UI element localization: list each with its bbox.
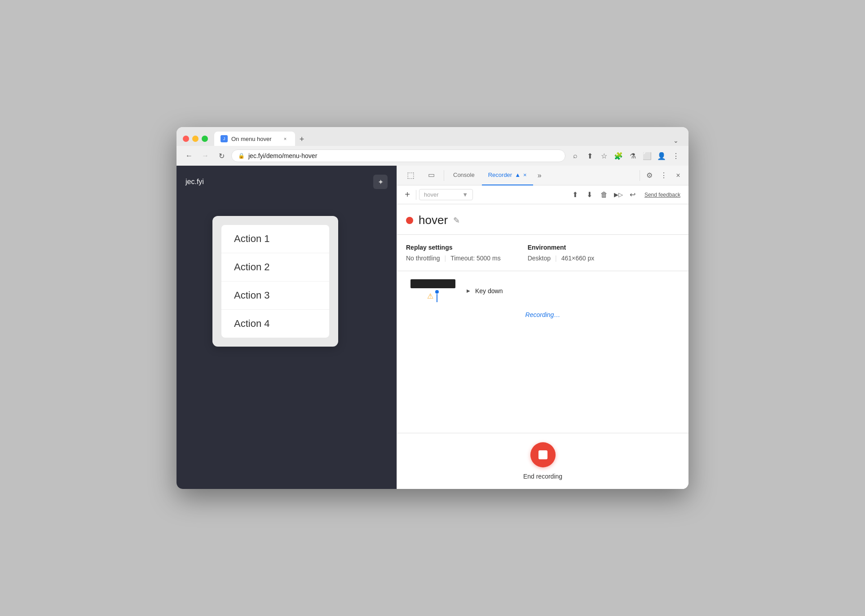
add-recording-button[interactable]: + bbox=[402, 189, 413, 201]
bookmark-icon[interactable]: ☆ bbox=[598, 150, 610, 162]
replay-button[interactable]: ▶▷ bbox=[612, 189, 625, 201]
timeout-value[interactable]: Timeout: 5000 ms bbox=[450, 255, 501, 262]
send-feedback-button[interactable]: Send feedback bbox=[641, 190, 684, 200]
account-icon[interactable]: 👤 bbox=[655, 150, 668, 162]
event-line bbox=[437, 294, 437, 302]
recording-name: hover bbox=[419, 213, 448, 227]
nav-actions: ⌕ ⬆ ☆ 🧩 ⚗ ⬜ 👤 ⋮ bbox=[569, 150, 682, 162]
edit-name-icon[interactable]: ✎ bbox=[453, 216, 460, 225]
browser-tab[interactable]: J On menu hover × bbox=[214, 132, 295, 146]
import-button[interactable]: ⬇ bbox=[583, 189, 596, 201]
event-type: Key down bbox=[475, 287, 503, 295]
expand-icon[interactable]: ▶ bbox=[465, 288, 472, 294]
event-row[interactable]: ⚠ ▶ Key down bbox=[397, 276, 688, 306]
lab-icon[interactable]: ⚗ bbox=[627, 150, 639, 162]
share-icon[interactable]: ⬆ bbox=[583, 150, 596, 162]
toolbar-sep bbox=[416, 190, 416, 200]
traffic-lights bbox=[183, 136, 208, 142]
environment-label: Environment bbox=[528, 244, 595, 251]
tab-favicon: J bbox=[221, 135, 228, 142]
throttling-value[interactable]: No throttling bbox=[406, 255, 440, 262]
title-bar: J On menu hover × + ⌄ bbox=[177, 127, 688, 146]
site-name: jec.fyi bbox=[185, 178, 204, 186]
undo-button[interactable]: ↩ bbox=[627, 189, 639, 201]
tab-console[interactable]: Console bbox=[447, 166, 481, 185]
recording-name-area: hover ✎ bbox=[397, 204, 688, 235]
menu-item-1[interactable]: Action 1 bbox=[221, 225, 329, 253]
selector-text: hover bbox=[424, 191, 439, 198]
stop-icon bbox=[538, 450, 547, 459]
maximize-button[interactable] bbox=[202, 136, 208, 142]
events-area: ⚠ ▶ Key down Recording… bbox=[397, 271, 688, 433]
menu-item-3[interactable]: Action 3 bbox=[221, 282, 329, 310]
minimize-button[interactable] bbox=[192, 136, 199, 142]
menu-item-2[interactable]: Action 2 bbox=[221, 253, 329, 282]
event-timeline: ⚠ bbox=[406, 279, 460, 302]
refresh-button[interactable]: ↻ bbox=[215, 150, 228, 162]
back-button[interactable]: ← bbox=[183, 150, 195, 162]
event-indicator: ⚠ bbox=[427, 290, 439, 302]
event-content: ▶ Key down bbox=[465, 287, 503, 295]
warning-icon: ⚠ bbox=[427, 292, 433, 300]
dimensions-value[interactable]: 461×660 px bbox=[561, 255, 595, 262]
env-separator: | bbox=[555, 255, 557, 262]
replay-settings-group: Replay settings No throttling | Timeout:… bbox=[406, 244, 501, 262]
browser-window: J On menu hover × + ⌄ ← → ↻ 🔒 jec.fyi/de… bbox=[177, 127, 688, 489]
devtools-inspect-icon[interactable]: ⬚ bbox=[401, 166, 421, 185]
menu-container: Action 1 Action 2 Action 3 Action 4 bbox=[212, 216, 338, 347]
devtools-more-icon[interactable]: ⋮ bbox=[657, 169, 671, 182]
recording-toolbar: + hover ▼ ⬆ ⬇ 🗑 ▶▷ ↩ Send feedback bbox=[397, 185, 688, 204]
close-button[interactable] bbox=[183, 136, 189, 142]
recorder-tab-close[interactable]: × bbox=[523, 172, 527, 178]
devtools-panel: ⬚ ▭ Console Recorder ▲ × » ⚙ ⋮ × + bbox=[397, 166, 688, 489]
sidebar-icon[interactable]: ⬜ bbox=[641, 150, 653, 162]
selector-chevron-icon: ▼ bbox=[462, 191, 468, 198]
forward-button[interactable]: → bbox=[199, 150, 212, 162]
search-icon[interactable]: ⌕ bbox=[569, 150, 582, 162]
settings-separator: | bbox=[444, 255, 446, 262]
devtools-close-button[interactable]: × bbox=[671, 169, 685, 182]
recording-actions: ⬆ ⬇ 🗑 ▶▷ ↩ Send feedback bbox=[569, 189, 684, 201]
menu-inner: Action 1 Action 2 Action 3 Action 4 bbox=[221, 225, 329, 338]
browser-menu-icon[interactable]: ⋮ bbox=[670, 150, 682, 162]
stop-recording-button[interactable] bbox=[530, 442, 556, 467]
replay-settings-label: Replay settings bbox=[406, 244, 501, 251]
recording-indicator-dot bbox=[406, 217, 413, 224]
toolbar-separator-2 bbox=[640, 170, 640, 181]
devtools-device-icon[interactable]: ▭ bbox=[422, 166, 441, 185]
tab-more-button[interactable]: ⌄ bbox=[670, 135, 682, 146]
devtools-settings-icon[interactable]: ⚙ bbox=[643, 169, 656, 182]
content-area: jec.fyi ✦ Action 1 Action 2 Action 3 Act… bbox=[177, 166, 688, 489]
address-bar[interactable]: 🔒 jec.fyi/demo/menu-hover bbox=[231, 150, 565, 162]
recording-selector[interactable]: hover ▼ bbox=[419, 189, 473, 200]
delete-button[interactable]: 🗑 bbox=[598, 189, 610, 201]
environment-values: Desktop | 461×660 px bbox=[528, 255, 595, 262]
theme-toggle-button[interactable]: ✦ bbox=[373, 175, 388, 189]
devtools-toolbar: ⬚ ▭ Console Recorder ▲ × » ⚙ ⋮ × bbox=[397, 166, 688, 185]
export-button[interactable]: ⬆ bbox=[569, 189, 582, 201]
webpage-panel: jec.fyi ✦ Action 1 Action 2 Action 3 Act… bbox=[177, 166, 397, 489]
end-recording-label: End recording bbox=[523, 473, 562, 480]
tab-title: On menu hover bbox=[231, 136, 278, 142]
toolbar-separator bbox=[444, 170, 444, 181]
environment-group: Environment Desktop | 461×660 px bbox=[528, 244, 595, 262]
recording-status: Recording… bbox=[397, 306, 688, 324]
replay-settings-values: No throttling | Timeout: 5000 ms bbox=[406, 255, 501, 262]
event-dot bbox=[435, 290, 439, 294]
new-tab-button[interactable]: + bbox=[295, 132, 309, 146]
tab-recorder[interactable]: Recorder ▲ × bbox=[482, 166, 533, 185]
address-text: jec.fyi/demo/menu-hover bbox=[248, 152, 559, 159]
tab-close-button[interactable]: × bbox=[282, 135, 289, 142]
menu-item-4[interactable]: Action 4 bbox=[221, 310, 329, 338]
more-panels-button[interactable]: » bbox=[534, 170, 545, 181]
tabs-row: J On menu hover × + ⌄ bbox=[214, 132, 682, 146]
event-bar bbox=[410, 279, 455, 288]
device-value[interactable]: Desktop bbox=[528, 255, 551, 262]
lock-icon: 🔒 bbox=[238, 153, 245, 159]
extensions-icon[interactable]: 🧩 bbox=[612, 150, 625, 162]
end-recording-area: End recording bbox=[397, 433, 688, 489]
navigation-bar: ← → ↻ 🔒 jec.fyi/demo/menu-hover ⌕ ⬆ ☆ 🧩 … bbox=[177, 146, 688, 166]
webpage-header: jec.fyi ✦ bbox=[185, 175, 388, 189]
settings-section: Replay settings No throttling | Timeout:… bbox=[397, 235, 688, 271]
